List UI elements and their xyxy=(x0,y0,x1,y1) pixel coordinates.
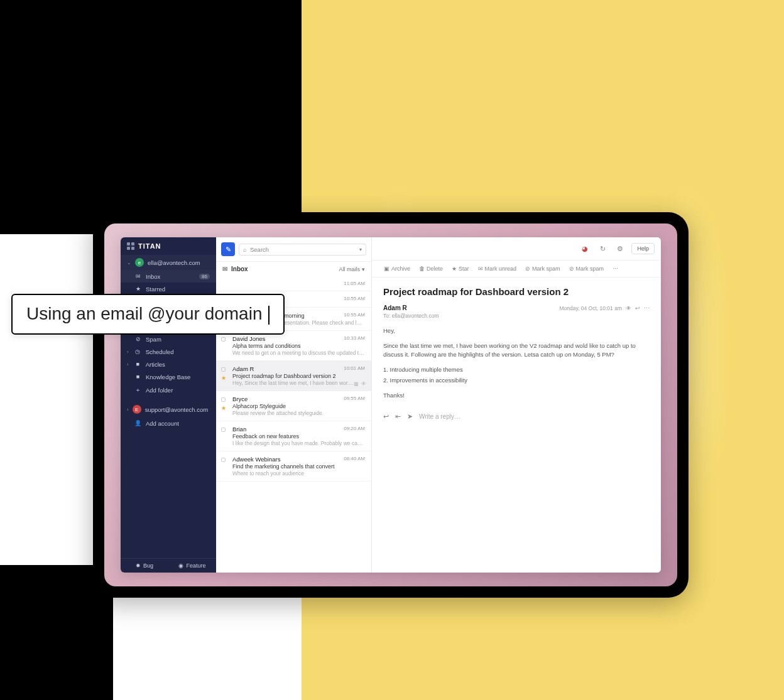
reply-bar: ↩ ⇤ ➤ Write a reply… xyxy=(383,412,650,421)
avatar: e xyxy=(135,258,144,267)
checkbox-icon[interactable] xyxy=(221,397,226,402)
compose-icon: ✎ xyxy=(226,245,231,254)
add-folder[interactable]: ＋Add folder xyxy=(121,383,216,397)
message-item-selected[interactable]: ★10:01 AMAdam RProject roadmap for Dashb… xyxy=(216,361,371,391)
message-item[interactable]: 11:05 AM xyxy=(216,276,371,291)
feature-button[interactable]: ◉Feature xyxy=(168,559,216,573)
checkbox-icon[interactable] xyxy=(221,458,226,462)
compose-button[interactable]: ✎ xyxy=(221,242,235,256)
list-filter[interactable]: All mails▾ xyxy=(339,266,365,272)
list-topbar: ✎ ⌕ Search ▾ xyxy=(216,237,371,262)
checkbox-icon[interactable] xyxy=(221,428,226,432)
app-brand: TITAN xyxy=(121,237,216,255)
paragraph: Since the last time we met, I have been … xyxy=(383,342,650,360)
feature-label: Feature xyxy=(186,563,205,569)
msg-time: 11:05 AM xyxy=(344,281,365,286)
account-primary[interactable]: ⌄ e ella@avontech.com xyxy=(121,255,216,270)
recipient: To: ella@avontech.com xyxy=(383,313,650,319)
chevron-right-icon: › xyxy=(127,349,129,355)
msg-preview: Where to reach your audience xyxy=(232,470,365,477)
overlay-text: Using an email @your domain xyxy=(26,304,262,323)
search-input[interactable]: ⌕ Search ▾ xyxy=(239,244,366,256)
tablet-frame: TITAN ⌄ e ella@avontech.com ✉ Inbox 86 ★… xyxy=(93,212,689,598)
star-icon[interactable]: ★ xyxy=(221,405,226,409)
mark-spam-button-2[interactable]: ⊘Mark spam xyxy=(566,264,607,273)
plus-icon: ＋ xyxy=(134,386,141,394)
mark-spam-button[interactable]: ⊘Mark spam xyxy=(522,264,564,273)
folder-inbox[interactable]: ✉ Inbox 86 xyxy=(121,270,216,283)
folder-label: Inbox xyxy=(146,273,160,280)
reply-icon[interactable]: ↩ xyxy=(635,305,640,311)
app-menu-icon[interactable] xyxy=(127,242,134,250)
forward-icon[interactable]: ➤ xyxy=(407,412,413,421)
message-item[interactable]: ★09:55 AMBryceAlphacorp StyleguidePlease… xyxy=(216,391,371,421)
folder-scheduled[interactable]: ›◷Scheduled xyxy=(121,345,216,358)
message-item[interactable]: 09:20 AMBrianFeedback on new featuresI l… xyxy=(216,421,371,451)
msg-subject: Alpha terms and conditions xyxy=(232,343,365,349)
checkbox-icon[interactable] xyxy=(221,337,226,342)
app-topbar: ◕ ↻ ⚙ Help xyxy=(372,237,661,261)
delete-button[interactable]: 🗑Delete xyxy=(416,264,446,273)
closing: Thanks! xyxy=(383,391,650,401)
chevron-down-icon: ⌄ xyxy=(127,260,131,266)
account-secondary[interactable]: › E support@avontech.com xyxy=(121,402,216,417)
more-button[interactable]: ⋯ xyxy=(609,264,621,273)
chevron-right-icon: › xyxy=(127,362,129,367)
search-icon: ⌕ xyxy=(243,246,247,253)
star-button[interactable]: ★Star xyxy=(449,264,472,273)
msg-time: 10:55 AM xyxy=(344,312,365,318)
bug-button[interactable]: ✸Bug xyxy=(121,559,168,573)
msg-subject: Feedback on new features xyxy=(232,433,365,439)
archive-icon: ▣ xyxy=(384,266,389,272)
star-icon[interactable]: ★ xyxy=(221,375,226,379)
add-account[interactable]: 👤Add account xyxy=(121,417,216,429)
message-list-panel: ✎ ⌕ Search ▾ ✉ Inbox All mails▾ 11:05 AM… xyxy=(216,237,372,573)
overlay-tagline: Using an email @your domain xyxy=(11,294,285,335)
msg-subject: Project roadmap for Dashboard version 2 xyxy=(232,373,365,379)
folder-label: Starred xyxy=(146,286,165,293)
eye-icon[interactable]: 👁 xyxy=(626,305,631,311)
reply-icon[interactable]: ↩ xyxy=(383,412,389,421)
reply-placeholder[interactable]: Write a reply… xyxy=(419,413,460,420)
greeting: Hey, xyxy=(383,326,650,336)
refresh-icon[interactable]: ↻ xyxy=(596,242,609,255)
reply-all-icon[interactable]: ⇤ xyxy=(395,412,401,421)
inbox-badge: 86 xyxy=(199,274,210,279)
more-icon: ⋯ xyxy=(612,266,618,272)
mark-unread-button[interactable]: ✉Mark unread xyxy=(475,264,520,273)
list-title: Inbox xyxy=(231,266,248,272)
sender-name: Adam R xyxy=(383,304,407,311)
msg-preview: Hey, Since the last time we met, I have … xyxy=(232,380,365,386)
folder-starred[interactable]: ★Starred xyxy=(121,283,216,295)
msg-time: 10:55 AM xyxy=(344,296,365,301)
calendar-icon[interactable]: ▦ xyxy=(354,381,359,387)
folder-spam[interactable]: ⊘Spam xyxy=(121,333,216,345)
list-item-2: 2. Improvements in accessibility xyxy=(383,376,650,385)
spam-icon: ⊘ xyxy=(134,336,141,342)
folder-label: Add folder xyxy=(146,387,173,394)
tablet-screen: TITAN ⌄ e ella@avontech.com ✉ Inbox 86 ★… xyxy=(104,223,677,586)
more-icon[interactable]: ⋯ xyxy=(644,305,650,311)
chevron-right-icon: › xyxy=(127,407,129,412)
archive-button[interactable]: ▣Archive xyxy=(381,264,413,273)
spam-icon: ⊘ xyxy=(525,266,530,272)
gear-icon[interactable]: ⚙ xyxy=(614,242,626,255)
folder-knowledge-base[interactable]: ■Knowledge Base xyxy=(121,370,216,383)
folder-icon: ■ xyxy=(134,361,141,367)
checkbox-icon[interactable] xyxy=(221,367,226,372)
reader-body: Project roadmap for Dashboard version 2 … xyxy=(372,277,661,573)
folder-articles[interactable]: ›■Articles xyxy=(121,358,216,370)
sidebar-footer: ✸Bug ◉Feature xyxy=(121,558,216,573)
palette-icon[interactable]: ◕ xyxy=(579,242,591,255)
background-black-top xyxy=(0,0,302,234)
reader-panel: ◕ ↻ ⚙ Help ▣Archive 🗑Delete ★Star ✉Mark … xyxy=(372,237,661,573)
help-button[interactable]: Help xyxy=(631,243,655,254)
star-icon: ★ xyxy=(134,286,141,292)
reader-toolbar: ▣Archive 🗑Delete ★Star ✉Mark unread ⊘Mar… xyxy=(372,261,661,277)
message-item[interactable]: 10:33 AMDavid JonesAlpha terms and condi… xyxy=(216,331,371,361)
msg-time: 09:55 AM xyxy=(344,396,365,401)
message-item[interactable]: 08:40 AMAdweek WebinarsFind the marketin… xyxy=(216,451,371,482)
spam-icon: ⊘ xyxy=(569,266,574,272)
sender-meta: Monday, 04 Oct, 10:01 am 👁 ↩ ⋯ xyxy=(559,305,650,311)
eye-icon[interactable]: 👁 xyxy=(361,381,366,387)
